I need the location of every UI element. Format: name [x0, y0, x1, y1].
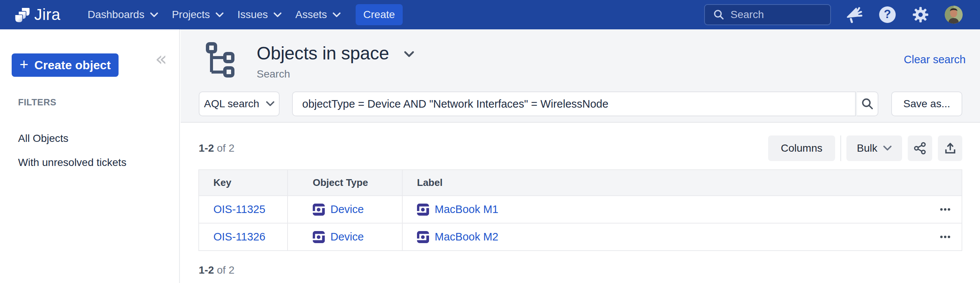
global-search[interactable]	[704, 4, 831, 25]
chevron-down-icon	[150, 13, 158, 17]
object-type-link[interactable]: Device	[331, 231, 364, 243]
results-actions: Columns Bulk	[768, 135, 963, 161]
bulk-dropdown-button[interactable]: Bulk	[846, 135, 902, 161]
brand-name: Jira	[34, 6, 60, 24]
object-type-icon	[313, 231, 325, 243]
page-title: Objects in space	[257, 43, 389, 64]
row-actions-button[interactable]	[940, 235, 950, 238]
aql-mode-dropdown[interactable]: AQL search	[199, 91, 280, 116]
left-sidebar: + Create object « FILTERS All Objects Wi…	[0, 29, 180, 283]
chevron-down-icon	[332, 13, 340, 17]
table-row: OIS-11325 Device	[199, 195, 962, 223]
navbar-right: ?	[704, 4, 963, 25]
column-header-label[interactable]: Label	[402, 170, 962, 195]
result-count: 1-2 of 2	[199, 142, 234, 154]
user-menu[interactable]	[944, 5, 963, 24]
page-subtitle: Search	[257, 68, 290, 80]
label-cell: MacBook M1	[402, 196, 962, 223]
columns-button[interactable]: Columns	[768, 135, 835, 161]
object-type-icon	[417, 231, 429, 243]
question-circle-icon: ?	[879, 6, 896, 23]
avatar	[945, 6, 963, 24]
filters-heading: FILTERS	[18, 97, 56, 108]
share-button[interactable]	[908, 135, 932, 161]
pagination-count: 1-2 of 2	[199, 264, 234, 276]
table-row: OIS-11326 Device	[199, 223, 962, 250]
row-actions-button[interactable]	[940, 208, 950, 211]
object-type-cell: Device	[287, 196, 402, 223]
nav-item-issues[interactable]: Issues	[237, 9, 282, 21]
nav-item-assets[interactable]: Assets	[296, 9, 340, 21]
megaphone-icon	[846, 6, 863, 23]
search-icon	[861, 97, 874, 110]
page-header: Objects in space Search Clear search AQL…	[181, 29, 980, 123]
object-key-link[interactable]: OIS-11326	[213, 231, 265, 243]
svg-text:?: ?	[884, 8, 891, 21]
jira-brand[interactable]: Jira	[15, 6, 60, 24]
object-type-icon	[417, 204, 429, 216]
search-input[interactable]	[730, 9, 817, 21]
main-navigation: Dashboards Projects Issues Assets	[88, 9, 340, 21]
clear-search-link[interactable]: Clear search	[904, 53, 966, 66]
chevron-down-icon	[274, 13, 282, 17]
create-object-button[interactable]: + Create object	[12, 53, 119, 77]
sidebar-item-with-unresolved-tickets[interactable]: With unresolved tickets	[18, 157, 126, 169]
export-button[interactable]	[938, 135, 963, 161]
settings-button[interactable]	[911, 5, 930, 24]
key-cell: OIS-11325	[199, 196, 287, 223]
plus-icon: +	[19, 57, 28, 72]
sidebar-item-all-objects[interactable]: All Objects	[18, 132, 68, 145]
object-type-link[interactable]: Device	[331, 203, 364, 216]
nav-item-projects[interactable]: Projects	[172, 9, 224, 21]
aql-search-bar: AQL search Save as...	[199, 91, 963, 116]
object-type-cell: Device	[287, 224, 402, 250]
object-label-link[interactable]: MacBook M2	[435, 231, 498, 243]
chevron-down-icon	[216, 13, 224, 17]
object-type-icon	[313, 204, 325, 216]
search-icon	[713, 9, 724, 20]
aql-query-input[interactable]	[292, 91, 856, 116]
title-row: Objects in space	[257, 43, 414, 64]
title-chevron-down-icon[interactable]	[404, 51, 414, 57]
toolbar-divider	[840, 135, 841, 161]
label-cell: MacBook M2	[402, 224, 962, 250]
gear-icon	[912, 6, 929, 23]
collapse-sidebar-button[interactable]: «	[155, 49, 167, 68]
create-button[interactable]: Create	[356, 4, 402, 25]
object-schema-icon	[206, 42, 234, 78]
chevron-down-icon	[883, 146, 892, 151]
aql-search-button[interactable]	[857, 91, 878, 116]
nav-item-dashboards[interactable]: Dashboards	[88, 9, 158, 21]
column-header-object-type[interactable]: Object Type	[287, 170, 402, 195]
jira-logo-icon	[15, 6, 30, 23]
objects-table: Key Object Type Label OIS-11325	[198, 169, 963, 251]
results-toolbar: 1-2 of 2 Columns Bulk	[199, 135, 963, 161]
object-key-link[interactable]: OIS-11325	[213, 203, 265, 216]
table-header-row: Key Object Type Label	[199, 170, 962, 195]
main-content: Objects in space Search Clear search AQL…	[181, 29, 980, 283]
top-navbar: Jira Dashboards Projects Issues Assets C…	[0, 0, 980, 29]
ellipsis-icon	[940, 235, 950, 238]
save-as-button[interactable]: Save as...	[891, 91, 963, 116]
export-icon	[943, 142, 957, 155]
help-button[interactable]: ?	[878, 5, 897, 24]
announcements-button[interactable]	[845, 5, 864, 24]
object-label-link[interactable]: MacBook M1	[435, 203, 498, 216]
ellipsis-icon	[940, 208, 950, 211]
chevron-down-icon	[266, 101, 274, 107]
column-header-key[interactable]: Key	[199, 170, 287, 195]
key-cell: OIS-11326	[199, 224, 287, 250]
share-icon	[913, 142, 927, 155]
